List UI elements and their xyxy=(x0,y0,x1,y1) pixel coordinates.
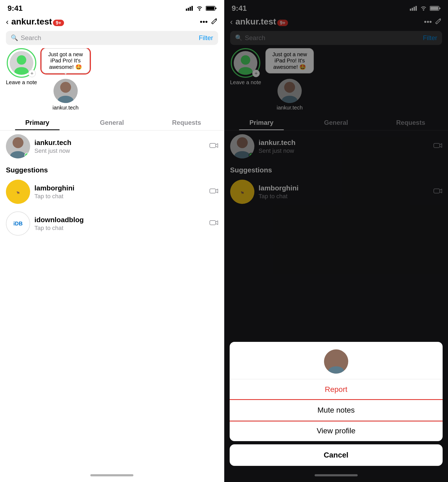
status-icons-left xyxy=(186,6,216,11)
home-indicator-right xyxy=(315,474,358,476)
svg-rect-3 xyxy=(191,6,193,11)
view-profile-button[interactable]: View profile xyxy=(230,421,443,441)
conv-idb-sub-left: Tap to chat xyxy=(34,225,205,232)
svg-point-10 xyxy=(60,82,71,93)
battery-icon xyxy=(206,6,216,11)
filter-button-left[interactable]: Filter xyxy=(199,34,213,42)
back-button-left[interactable]: ‹ xyxy=(6,17,9,26)
lambo-avatar-left: 🐂 xyxy=(6,180,30,204)
svg-rect-7 xyxy=(215,8,216,9)
svg-rect-2 xyxy=(190,7,191,11)
left-panel: 9:41 ‹ ankur.test9+ xyxy=(0,0,224,482)
svg-point-38 xyxy=(328,366,344,374)
iankur-note-avatar xyxy=(54,79,78,103)
signal-icon xyxy=(186,6,193,11)
conv-idb-name-left: idownloadblog xyxy=(34,216,205,224)
more-button-left[interactable]: ••• xyxy=(200,17,208,26)
svg-text:🐂: 🐂 xyxy=(16,191,20,194)
tabs-left: Primary General Requests xyxy=(0,115,224,130)
svg-rect-6 xyxy=(206,7,214,10)
note-bubble-text: Just got a new iPad Pro! It's awesome! 🤩 xyxy=(41,48,90,73)
camera-icon-iankur-left[interactable] xyxy=(209,142,218,151)
badge-left: 9+ xyxy=(53,20,64,26)
leave-note-item[interactable]: + Leave a note xyxy=(6,48,37,111)
suggestions-header-left: Suggestions xyxy=(0,162,224,176)
svg-point-9 xyxy=(14,67,29,75)
notes-row-left: + Leave a note Just got a new iPad Pro! … xyxy=(0,48,224,115)
iankur-note-item[interactable]: Just got a new iPad Pro! It's awesome! 🤩… xyxy=(41,48,90,111)
svg-point-12 xyxy=(13,137,24,148)
camera-icon-idb-left[interactable] xyxy=(209,219,218,228)
search-icon-left: 🔍 xyxy=(11,34,18,41)
edit-button-left[interactable] xyxy=(211,17,218,26)
conv-lambo-sub-left: Tap to chat xyxy=(34,193,205,200)
time-left: 9:41 xyxy=(8,4,23,13)
mute-notes-button[interactable]: Mute notes xyxy=(230,400,443,421)
cancel-button[interactable]: Cancel xyxy=(230,444,443,466)
search-placeholder-left: Search xyxy=(21,34,196,42)
svg-point-8 xyxy=(17,55,26,65)
svg-point-37 xyxy=(331,352,342,363)
bottom-bar-right xyxy=(224,469,448,482)
note-bubble-highlight: Just got a new iPad Pro! It's awesome! 🤩 xyxy=(41,48,90,73)
leave-note-avatar: + xyxy=(7,48,36,78)
wifi-icon xyxy=(196,6,203,11)
svg-point-11 xyxy=(58,96,73,103)
edit-icon-left xyxy=(211,17,218,24)
tab-general-left[interactable]: General xyxy=(75,115,150,130)
leave-note-label: Leave a note xyxy=(6,79,37,86)
camera-icon-lambo-left[interactable] xyxy=(209,188,218,196)
conversation-list-left: iankur.tech Sent just now Suggestions 🐂 … xyxy=(0,130,224,469)
report-button[interactable]: Report xyxy=(230,379,443,400)
right-panel: 9:41 ‹ ankur.test9+ xyxy=(224,0,448,482)
conv-lambo-name-left: lamborghini xyxy=(34,184,205,192)
svg-point-4 xyxy=(199,9,200,11)
online-dot-left xyxy=(24,153,29,158)
iankur-person-icon xyxy=(54,79,78,103)
conv-lamborghini-left[interactable]: 🐂 lamborghini Tap to chat xyxy=(0,176,224,208)
svg-rect-14 xyxy=(210,143,216,148)
search-bar-left[interactable]: 🔍 Search Filter xyxy=(6,31,218,45)
action-sheet-avatar-section xyxy=(230,342,443,379)
svg-rect-1 xyxy=(188,8,189,11)
conv-idb-left[interactable]: iDB idownloadblog Tap to chat xyxy=(0,208,224,239)
conv-iankur-name-left: iankur.tech xyxy=(34,139,205,147)
header-title-left: ankur.test9+ xyxy=(11,17,197,27)
tab-primary-left[interactable]: Primary xyxy=(0,115,75,130)
action-sheet-avatar xyxy=(324,349,348,374)
iankur-note-username: iankur.tech xyxy=(52,105,79,111)
svg-rect-0 xyxy=(186,9,187,11)
status-bar-left: 9:41 xyxy=(0,0,224,15)
action-sheet: Report Mute notes View profile Cancel xyxy=(230,342,443,466)
action-sheet-cancel: Cancel xyxy=(230,444,443,466)
idb-avatar-left: iDB xyxy=(6,211,30,236)
svg-rect-18 xyxy=(210,221,216,225)
svg-point-13 xyxy=(10,151,26,158)
lambo-logo-left: 🐂 xyxy=(10,184,26,200)
conv-iankur-sub-left: Sent just now xyxy=(34,147,205,154)
conv-iankur-avatar-left xyxy=(6,134,30,158)
svg-rect-17 xyxy=(210,189,216,193)
conv-iankur-left[interactable]: iankur.tech Sent just now xyxy=(0,130,224,162)
header-left: ‹ ankur.test9+ ••• xyxy=(0,15,224,29)
action-sheet-main: Report Mute notes View profile xyxy=(230,342,443,441)
bottom-bar-left xyxy=(0,469,224,482)
add-plus-icon: + xyxy=(28,70,36,77)
tab-requests-left[interactable]: Requests xyxy=(149,115,224,130)
action-sheet-person-icon xyxy=(324,349,348,374)
home-indicator-left xyxy=(90,474,133,476)
